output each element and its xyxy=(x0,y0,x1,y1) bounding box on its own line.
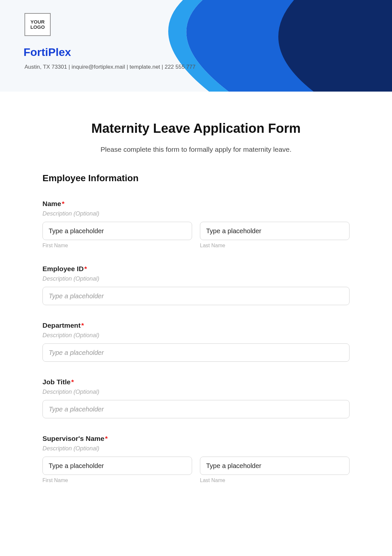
label-text: Employee ID xyxy=(42,265,84,272)
field-desc-employee-id: Description (Optional) xyxy=(42,275,350,282)
last-name-input[interactable]: Type a placeholder xyxy=(200,222,350,240)
label-text: Supervisor's Name xyxy=(42,435,104,442)
brand-name: FortiPlex xyxy=(24,46,71,59)
sublabel-first-name: First Name xyxy=(42,243,192,249)
logo-placeholder: YOUR LOGO xyxy=(24,13,51,36)
field-label-job-title: Job Title* xyxy=(42,378,350,386)
field-desc-name: Description (Optional) xyxy=(42,210,350,217)
header-swoosh-graphic xyxy=(163,0,392,92)
label-text: Department xyxy=(42,321,81,329)
field-department: Department* Description (Optional) xyxy=(42,321,350,362)
field-desc-supervisor: Description (Optional) xyxy=(42,445,350,452)
label-text: Name xyxy=(42,200,61,207)
form-container: Maternity Leave Application Form Please … xyxy=(0,92,392,483)
field-label-name: Name* xyxy=(42,200,350,208)
field-supervisor: Supervisor's Name* Description (Optional… xyxy=(42,435,350,483)
field-label-supervisor: Supervisor's Name* xyxy=(42,435,350,443)
field-desc-job-title: Description (Optional) xyxy=(42,389,350,395)
field-label-department: Department* xyxy=(42,321,350,329)
supervisor-first-name-input[interactable]: Type a placeholder xyxy=(42,457,192,475)
section-heading-employee-info: Employee Information xyxy=(42,173,350,183)
field-job-title: Job Title* Description (Optional) xyxy=(42,378,350,418)
field-name: Name* Description (Optional) Type a plac… xyxy=(42,200,350,249)
field-desc-department: Description (Optional) xyxy=(42,332,350,339)
required-asterisk: * xyxy=(105,435,107,442)
logo-text: YOUR LOGO xyxy=(30,19,45,30)
employee-id-input[interactable] xyxy=(42,287,350,305)
sublabel-supervisor-first: First Name xyxy=(42,478,192,483)
required-asterisk: * xyxy=(81,321,84,329)
sublabel-last-name: Last Name xyxy=(200,243,350,249)
sublabel-supervisor-last: Last Name xyxy=(200,478,350,483)
field-label-employee-id: Employee ID* xyxy=(42,265,350,273)
input-value: Type a placeholder xyxy=(206,462,261,470)
first-name-input[interactable]: Type a placeholder xyxy=(42,222,192,240)
label-text: Job Title xyxy=(42,378,71,386)
input-value: Type a placeholder xyxy=(49,227,104,235)
contact-line: Austin, TX 73301 | inquire@fortiplex.mai… xyxy=(24,64,196,70)
department-input[interactable] xyxy=(42,343,350,362)
input-value: Type a placeholder xyxy=(49,462,104,470)
header-banner: YOUR LOGO FortiPlex Austin, TX 73301 | i… xyxy=(0,0,392,92)
input-value: Type a placeholder xyxy=(206,227,261,235)
field-employee-id: Employee ID* Description (Optional) xyxy=(42,265,350,305)
form-subtitle: Please complete this form to formally ap… xyxy=(42,146,350,153)
supervisor-last-name-input[interactable]: Type a placeholder xyxy=(200,457,350,475)
required-asterisk: * xyxy=(62,200,64,207)
required-asterisk: * xyxy=(84,265,87,272)
job-title-input[interactable] xyxy=(42,400,350,418)
form-title: Maternity Leave Application Form xyxy=(42,121,350,136)
required-asterisk: * xyxy=(71,378,74,386)
